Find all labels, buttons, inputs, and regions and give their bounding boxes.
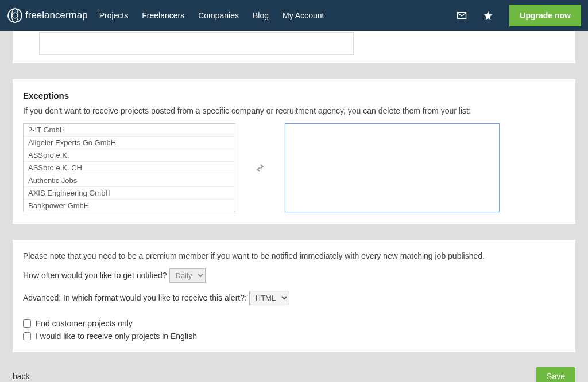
nav-menu: Projects Freelancers Companies Blog My A… [99,11,324,20]
company-item[interactable]: Allgeier Experts Go GmbH [24,137,235,149]
star-icon[interactable] [483,10,493,21]
company-item[interactable]: Authentic Jobs [24,174,235,187]
svg-point-2 [12,13,18,18]
frequency-row: How often would you like to get notified… [23,268,565,283]
exceptions-title: Exceptions [23,91,565,100]
previous-section-tail [13,31,575,63]
end-customer-row: End customer projects only [23,319,565,328]
company-item[interactable]: 2-IT GmbH [24,124,235,137]
english-only-label: I would like to receive only projects in… [36,332,197,341]
end-customer-checkbox[interactable] [23,319,31,328]
nav-right: Upgrade now [457,5,581,26]
format-label: Advanced: In which format would you like… [23,293,247,302]
english-only-checkbox[interactable] [23,332,31,340]
upgrade-button[interactable]: Upgrade now [509,5,581,26]
nav-link-projects[interactable]: Projects [99,11,129,20]
company-item[interactable]: AXIS Engineering GmbH [24,187,235,200]
nav-link-myaccount[interactable]: My Account [283,11,324,20]
company-listbox[interactable]: 2-IT GmbHAllgeier Experts Go GmbHASSpro … [23,123,235,212]
exceptions-section: 6 Exceptions If you don't want to receiv… [13,79,575,224]
company-item[interactable]: Bankpower GmbH [24,200,235,212]
brand-text: freelancermap [25,10,88,21]
nav-link-freelancers[interactable]: Freelancers [142,11,184,20]
previous-textarea[interactable] [39,32,354,55]
nav-link-companies[interactable]: Companies [198,11,239,20]
globe-icon [7,7,23,24]
exceptions-description: If you don't want to receive projects po… [23,106,565,115]
end-customer-label: End customer projects only [36,319,133,328]
english-only-row: I would like to receive only projects in… [23,332,565,341]
nav-link-blog[interactable]: Blog [253,11,269,20]
company-item[interactable]: ASSpro e.K. [24,149,235,162]
brand-logo[interactable]: freelancermap [7,7,88,24]
frequency-label: How often would you like to get notified… [23,271,167,280]
company-transfer: 2-IT GmbHAllgeier Experts Go GmbHASSpro … [23,123,565,212]
back-link[interactable]: back [13,372,30,381]
selected-companies-box[interactable] [285,123,500,212]
premium-note: Please note that you need to be a premiu… [23,251,565,260]
svg-point-1 [11,9,18,22]
company-item[interactable]: ASSpro e.K. CH [24,162,235,174]
format-row: Advanced: In which format would you like… [23,291,565,305]
transfer-arrows-icon[interactable] [235,162,285,174]
page-container: 6 Exceptions If you don't want to receiv… [13,31,575,382]
frequency-select[interactable]: Daily [169,268,206,283]
mail-icon[interactable] [457,10,467,21]
footer-row: back Save [13,352,575,382]
save-button[interactable]: Save [536,367,575,382]
navbar: freelancermap Projects Freelancers Compa… [0,0,588,31]
notification-section: 7 Please note that you need to be a prem… [13,240,575,352]
format-select[interactable]: HTML [249,291,289,305]
svg-point-0 [8,9,22,22]
